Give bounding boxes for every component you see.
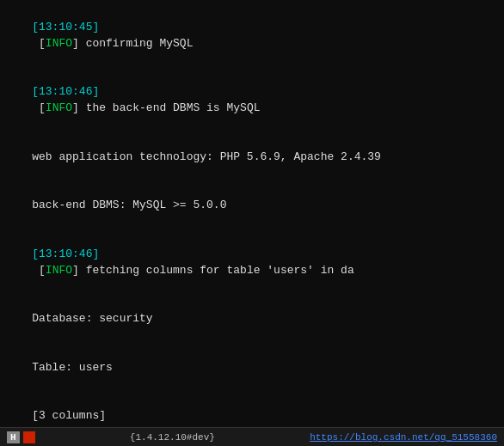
log-line-5: [13:10:46] [INFO] fetching columns for t… xyxy=(5,230,499,295)
log-line-4: back-end DBMS: MySQL >= 5.0.0 xyxy=(5,181,499,230)
blog-link[interactable]: https://blog.csdn.net/qq_51558360 xyxy=(310,432,497,443)
timestamp-2: [13:10:46] xyxy=(32,85,99,98)
h-icon: H xyxy=(7,431,20,443)
log-line-7: Table: users xyxy=(5,344,499,393)
timestamp-1: [13:10:45] xyxy=(32,21,99,34)
red-block-icon xyxy=(23,431,35,443)
log-line-3: web application technology: PHP 5.6.9, A… xyxy=(5,133,499,182)
log-line-2: [13:10:46] [INFO] the back-end DBMS is M… xyxy=(5,68,499,132)
terminal: [13:10:45] [INFO] confirming MySQL [13:1… xyxy=(0,0,504,446)
timestamp-5: [13:10:46] xyxy=(32,247,99,260)
bottom-left-icons: H xyxy=(7,431,35,443)
database-name: security xyxy=(99,312,152,325)
bottom-bar: H {1.4.12.10#dev} https://blog.csdn.net/… xyxy=(0,427,504,446)
log-line-6: Database: security xyxy=(5,295,499,344)
version-text: {1.4.12.10#dev} xyxy=(130,432,215,443)
log-line-1: [13:10:45] [INFO] confirming MySQL xyxy=(5,3,499,68)
